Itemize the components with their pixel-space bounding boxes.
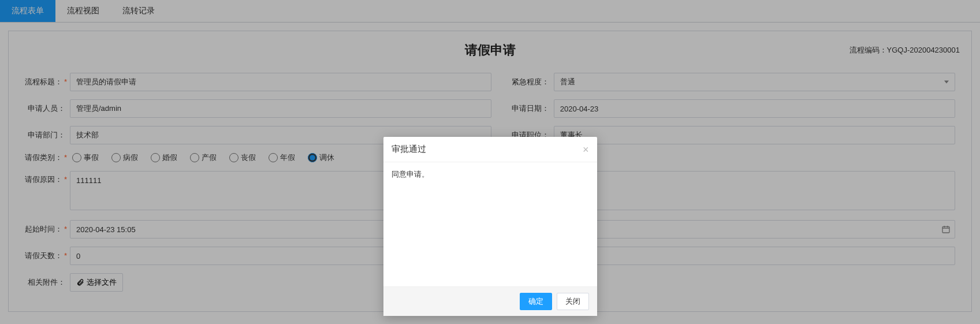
modal-title: 审批通过 — [392, 144, 426, 155]
close-icon[interactable]: × — [583, 144, 589, 155]
confirm-button[interactable]: 确定 — [520, 293, 552, 310]
approval-comment-textarea[interactable] — [392, 169, 589, 239]
close-button[interactable]: 关闭 — [557, 293, 589, 310]
modal-overlay: 审批通过 × 确定 关闭 — [0, 0, 980, 324]
approve-modal: 审批通过 × 确定 关闭 — [383, 137, 597, 316]
